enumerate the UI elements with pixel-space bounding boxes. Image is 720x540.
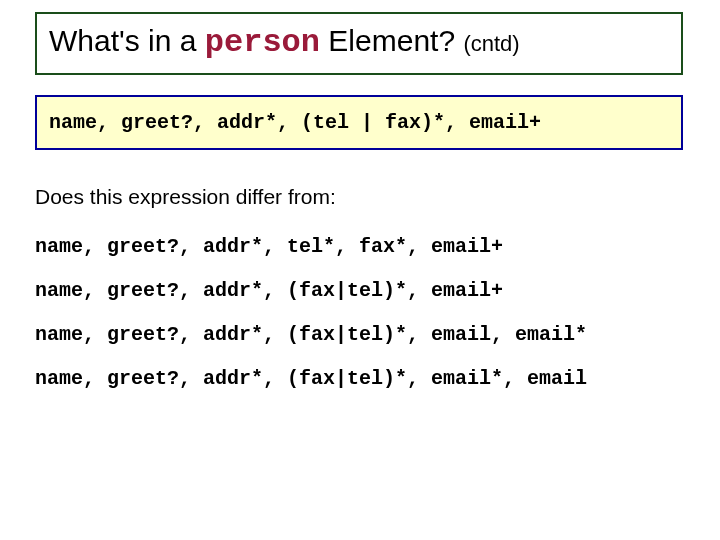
code-block-text: name, greet?, addr*, (tel | fax)*, email… <box>49 111 541 134</box>
expression-item: name, greet?, addr*, (fax|tel)*, email, … <box>35 313 587 357</box>
title-suffix: (cntd) <box>463 31 519 56</box>
title-part2: Element? <box>320 24 463 57</box>
expression-item: name, greet?, addr*, (fax|tel)*, email+ <box>35 269 587 313</box>
code-block: name, greet?, addr*, (tel | fax)*, email… <box>35 95 683 150</box>
title-text: What's in a person Element? (cntd) <box>49 24 520 57</box>
title-code-word: person <box>205 24 320 61</box>
title-part1: What's in a <box>49 24 205 57</box>
title-box: What's in a person Element? (cntd) <box>35 12 683 75</box>
question-text: Does this expression differ from: <box>35 185 336 209</box>
expression-list: name, greet?, addr*, tel*, fax*, email+ … <box>35 225 587 401</box>
expression-item: name, greet?, addr*, tel*, fax*, email+ <box>35 225 587 269</box>
expression-item: name, greet?, addr*, (fax|tel)*, email*,… <box>35 357 587 401</box>
